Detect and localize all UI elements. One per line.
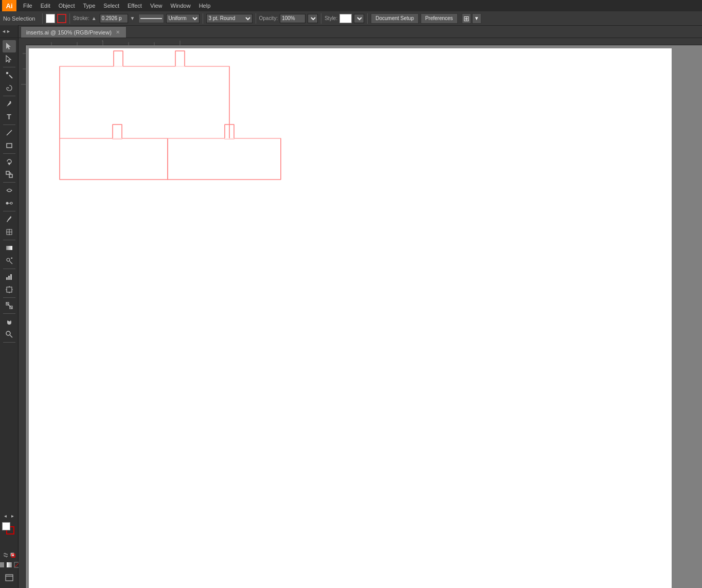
menu-help[interactable]: Help — [195, 0, 214, 11]
stroke-label: Stroke: — [73, 15, 89, 21]
ruler-corner — [19, 38, 26, 45]
rectangle-tool[interactable] — [3, 139, 16, 152]
arrange-btn[interactable]: ⊞ — [462, 13, 471, 24]
tab-label: inserts.ai @ 150% (RGB/Preview) — [26, 29, 112, 35]
swap-colors-btn[interactable] — [3, 552, 9, 558]
fill-type-buttons — [0, 561, 21, 568]
scale-tool[interactable] — [3, 168, 16, 181]
toolbar-sep-5 — [3, 182, 15, 183]
horizontal-ruler: - — [26, 38, 702, 45]
opacity-select-arrow[interactable] — [308, 14, 318, 23]
slice-tool[interactable] — [3, 299, 16, 312]
pen-tool[interactable] — [3, 98, 16, 110]
stroke-down-arrow[interactable]: ▼ — [130, 15, 135, 21]
menu-bar: Ai File Edit Object Type Select Effect V… — [0, 0, 702, 11]
stroke-type-select[interactable]: Uniform — [166, 14, 200, 23]
document-setup-button[interactable]: Document Setup — [371, 13, 419, 24]
menu-select[interactable]: Select — [100, 0, 123, 11]
line-tool[interactable] — [3, 127, 16, 139]
fill-swatch[interactable] — [46, 14, 55, 23]
stroke-value-input[interactable] — [100, 14, 128, 23]
blend-tool[interactable] — [3, 197, 16, 209]
toolbar-sep-10 — [3, 313, 15, 314]
style-swatch[interactable] — [339, 14, 352, 23]
svg-rect-18 — [6, 246, 12, 250]
default-colors-btn[interactable] — [10, 552, 16, 558]
svg-point-12 — [6, 202, 8, 205]
menu-effect[interactable]: Effect — [124, 0, 146, 11]
svg-line-5 — [7, 130, 12, 135]
arrange-buttons: ⊞ ▼ — [462, 13, 481, 24]
undo-redo-area: ◄ ► — [3, 513, 16, 519]
svg-point-13 — [10, 202, 12, 204]
color-mode-buttons — [3, 552, 16, 558]
svg-rect-41 — [6, 575, 13, 581]
type-tool[interactable]: T — [3, 111, 16, 123]
gradient-btn[interactable] — [6, 561, 13, 568]
canvas-area[interactable]: - — [19, 38, 702, 588]
eyedropper-tool[interactable] — [3, 213, 16, 225]
solid-color-btn[interactable] — [0, 561, 5, 568]
style-select-arrow[interactable] — [354, 14, 364, 23]
separator-2 — [69, 13, 70, 24]
stroke-line-preview — [138, 14, 164, 23]
document-tab[interactable]: inserts.ai @ 150% (RGB/Preview) ✕ — [21, 26, 127, 38]
rotate-tool[interactable] — [3, 155, 16, 168]
svg-line-2 — [9, 75, 12, 78]
arrange-dropdown[interactable]: ▼ — [472, 13, 481, 24]
zoom-tool[interactable] — [3, 328, 16, 341]
menu-window[interactable]: Window — [167, 0, 194, 11]
redo-btn[interactable]: ► — [10, 513, 16, 519]
undo-btn[interactable]: ◄ — [3, 513, 9, 519]
menu-object[interactable]: Object — [55, 0, 79, 11]
type-tool-icon: T — [7, 113, 11, 121]
foreground-color-swatch[interactable] — [2, 522, 10, 530]
separator-5 — [321, 13, 321, 24]
svg-rect-8 — [6, 171, 9, 174]
selection-status: No Selection — [3, 15, 39, 22]
toolbar-sep-2 — [3, 96, 15, 96]
toolbar-colors: ◄ ► — [0, 513, 21, 584]
svg-rect-38 — [7, 562, 12, 567]
screen-mode-btn[interactable] — [3, 572, 16, 584]
color-stack — [2, 522, 16, 537]
hand-tool[interactable] — [3, 315, 16, 328]
gradient-tool[interactable] — [3, 242, 16, 254]
direct-selection-tool[interactable] — [3, 53, 16, 65]
svg-marker-0 — [6, 43, 11, 49]
ruler-arrows: ◄► — [0, 25, 18, 38]
tab-close-button[interactable]: ✕ — [115, 29, 121, 35]
toolbar-sep-7 — [3, 240, 15, 240]
stroke-up-arrow[interactable]: ▲ — [92, 15, 97, 21]
toolbar-sep-9 — [3, 297, 15, 298]
opacity-input[interactable] — [280, 14, 305, 23]
menu-file[interactable]: File — [20, 0, 36, 11]
menu-type[interactable]: Type — [80, 0, 99, 11]
svg-rect-24 — [10, 274, 12, 280]
svg-line-34 — [10, 335, 12, 338]
stroke-swatch[interactable] — [57, 14, 66, 23]
selection-tool[interactable] — [3, 40, 16, 52]
svg-rect-37 — [0, 562, 4, 567]
document-canvas — [29, 48, 672, 588]
svg-marker-3 — [6, 72, 8, 74]
left-toolbar: T — [0, 38, 19, 588]
column-graph-tool[interactable] — [3, 271, 16, 283]
mesh-tool[interactable] — [3, 226, 16, 238]
svg-rect-6 — [7, 144, 12, 148]
stroke-weight-select[interactable]: 3 pt. Round — [206, 14, 253, 23]
preferences-button[interactable]: Preferences — [421, 13, 458, 24]
svg-rect-22 — [6, 277, 8, 280]
symbol-sprayer-tool[interactable] — [3, 255, 16, 267]
separator-3 — [203, 13, 203, 24]
warp-tool[interactable] — [3, 184, 16, 197]
artboard-tool[interactable] — [3, 283, 16, 296]
separator-6 — [367, 13, 368, 24]
menu-edit[interactable]: Edit — [37, 0, 54, 11]
svg-point-4 — [9, 101, 11, 103]
svg-point-19 — [7, 258, 10, 261]
menu-view[interactable]: View — [147, 0, 166, 11]
tab-bar-corner: ◄► — [0, 25, 19, 38]
lasso-tool[interactable] — [3, 82, 16, 94]
magic-wand-tool[interactable] — [3, 69, 16, 81]
